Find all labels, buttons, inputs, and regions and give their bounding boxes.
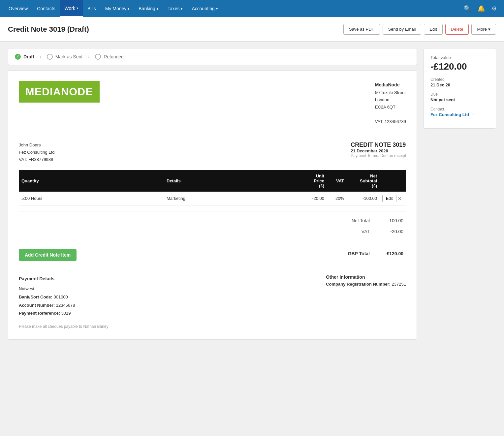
row-quantity: 5:00 Hours: [19, 192, 164, 206]
nav-item-contacts[interactable]: Contacts: [32, 0, 60, 17]
bottom-section: Payment Details Natwest Bank/Sort Code: …: [19, 269, 406, 318]
account-number: Account Number: 12345678: [19, 301, 75, 310]
invoice-card: MEDIANODE MediaNode 50 Textile Street Lo…: [8, 70, 417, 340]
arrow-icon: ›: [40, 53, 42, 60]
bell-icon[interactable]: 🔔: [474, 5, 488, 12]
created-field: Created 21 Dec 20: [430, 77, 489, 87]
company-reg: Company Registration Number: 237251: [326, 282, 406, 287]
payment-reference: Payment Reference: 3019: [19, 309, 75, 318]
summary-card: Total value -£120.00 Created 21 Dec 20 D…: [424, 48, 496, 129]
invoice-top: MEDIANODE MediaNode 50 Textile Street Lo…: [19, 81, 406, 125]
header-actions: Save as PDF Send by Email Edit Delete Mo…: [343, 24, 496, 35]
navbar: Overview Contacts Work ▾ Bills My Money …: [0, 0, 504, 17]
row-unit-price: -20.00: [297, 192, 327, 206]
due-field: Due Not yet sent: [430, 92, 489, 102]
cheque-note: Please make all cheques payable to Natha…: [19, 324, 406, 329]
col-net-subtotal: NetSubtotal(£): [347, 170, 380, 192]
row-delete-button[interactable]: ✕: [398, 196, 402, 201]
draft-active-icon: ✓: [15, 54, 21, 60]
delete-button[interactable]: Delete: [445, 24, 469, 35]
send-by-email-button[interactable]: Send by Email: [383, 24, 422, 35]
nav-item-taxes[interactable]: Taxes ▾: [163, 0, 187, 17]
col-details: Details: [164, 170, 297, 192]
contact-link[interactable]: Fez Consulting Ltd →: [430, 112, 489, 117]
gear-icon[interactable]: ⚙: [488, 5, 500, 12]
client-info: John Doers Fez Consulting Ltd VAT: FR387…: [19, 141, 54, 163]
col-vat: VAT: [327, 170, 347, 192]
invoice-meta: CREDIT NOTE 3019 21 December 2020 Paymen…: [351, 141, 406, 163]
mark-as-sent-dot: [47, 54, 53, 60]
left-column: ✓ Draft › Mark as Sent › Refunded MEDIAN…: [8, 48, 417, 340]
chevron-down-icon: ▾: [128, 7, 129, 11]
chevron-down-icon: ▾: [181, 7, 182, 11]
col-actions: [380, 170, 406, 192]
add-credit-note-item-button[interactable]: Add Credit Note Item: [19, 249, 77, 261]
client-section: John Doers Fez Consulting Ltd VAT: FR387…: [19, 141, 406, 163]
invoice-table: Quantity Details UnitPrice(£) VAT NetSub…: [19, 170, 406, 206]
nav-item-work[interactable]: Work ▾: [60, 0, 83, 17]
chevron-down-icon: ▾: [216, 7, 218, 11]
row-details: Marketing: [164, 192, 297, 206]
nav-item-overview[interactable]: Overview: [4, 0, 32, 17]
nav-item-mymoney[interactable]: My Money ▾: [101, 0, 134, 17]
company-info: MediaNode 50 Textile Street London EC2A …: [375, 81, 406, 125]
gbp-total-row: GBP Total -£120.00: [345, 249, 406, 258]
more-button[interactable]: More ▾: [471, 24, 496, 35]
chevron-down-icon: ▾: [157, 7, 158, 11]
page-title: Credit Note 3019 (Draft): [8, 25, 343, 34]
net-total-row: Net Total -100.00: [19, 217, 406, 225]
right-column: Total value -£120.00 Created 21 Dec 20 D…: [424, 48, 496, 340]
chevron-down-icon: ▾: [77, 6, 78, 10]
search-icon[interactable]: 🔍: [460, 5, 474, 12]
row-edit-button[interactable]: Edit: [382, 195, 396, 202]
save-as-pdf-button[interactable]: Save as PDF: [343, 24, 380, 35]
nav-item-accounting[interactable]: Accounting ▾: [187, 0, 222, 17]
status-step-draft[interactable]: ✓ Draft: [15, 54, 34, 60]
refunded-dot: [95, 54, 101, 60]
page-header: Credit Note 3019 (Draft) Save as PDF Sen…: [0, 17, 504, 42]
row-net-subtotal: -100.00: [347, 192, 380, 206]
status-bar: ✓ Draft › Mark as Sent › Refunded: [8, 48, 417, 65]
company-logo: MEDIANODE: [19, 81, 100, 125]
row-actions-cell: Edit ✕: [380, 192, 406, 206]
status-step-mark-as-sent[interactable]: Mark as Sent: [47, 54, 82, 60]
nav-item-bills[interactable]: Bills: [83, 0, 101, 17]
chevron-down-icon: ▾: [488, 27, 490, 32]
sort-code: Bank/Sort Code: 001000: [19, 293, 75, 301]
col-quantity: Quantity: [19, 170, 164, 192]
nav-item-banking[interactable]: Banking ▾: [134, 0, 163, 17]
main-content: ✓ Draft › Mark as Sent › Refunded MEDIAN…: [0, 42, 504, 346]
other-info: Other Information Company Registration N…: [326, 274, 406, 318]
col-unit-price: UnitPrice(£): [297, 170, 327, 192]
contact-field: Contact Fez Consulting Ltd →: [430, 107, 489, 117]
bottom-actions-row: Add Credit Note Item GBP Total -£120.00: [19, 246, 406, 261]
table-row: 5:00 Hours Marketing -20.00 20% -100.00 …: [19, 192, 406, 206]
payment-details: Payment Details Natwest Bank/Sort Code: …: [19, 274, 75, 318]
edit-button[interactable]: Edit: [424, 24, 442, 35]
status-step-refunded[interactable]: Refunded: [95, 54, 124, 60]
totals-section: Net Total -100.00 VAT -20.00: [19, 217, 406, 235]
row-vat: 20%: [327, 192, 347, 206]
vat-row: VAT -20.00: [19, 228, 406, 235]
arrow-icon: ›: [88, 53, 90, 60]
